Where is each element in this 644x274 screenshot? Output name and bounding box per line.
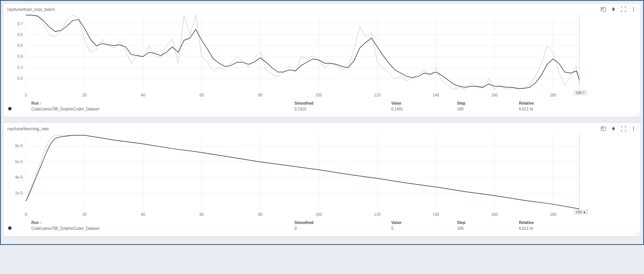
chart-panel-loss: ray/tune/train_loss_batch 0.20.30.40.50.…: [3, 3, 641, 117]
svg-text:60: 60: [199, 212, 204, 217]
legend-run-name[interactable]: CodeLlama70B_DolphinCoder_Dataset: [31, 226, 295, 231]
step-badge[interactable]: 189 ×: [574, 90, 587, 95]
legend-hdr-step[interactable]: Step: [457, 101, 519, 105]
svg-text:180: 180: [550, 93, 557, 97]
svg-point-41: [633, 128, 634, 129]
step-badge-text: 189 ▲: [576, 210, 586, 214]
svg-text:0: 0: [25, 212, 27, 217]
svg-rect-1: [602, 8, 603, 9]
svg-point-42: [633, 130, 634, 131]
svg-text:60: 60: [199, 93, 204, 97]
panel-title: ray/tune/learning_rate: [7, 126, 49, 131]
svg-text:8e-5: 8e-5: [15, 144, 23, 148]
step-badge-text: 189 ×: [576, 91, 585, 95]
legend-hdr-value[interactable]: Value: [391, 101, 457, 105]
legend-hdr-step[interactable]: Step: [457, 221, 519, 225]
svg-text:0.3: 0.3: [17, 65, 23, 70]
legend-value: 0.1491: [391, 107, 457, 111]
svg-point-40: [633, 127, 634, 128]
svg-text:20: 20: [82, 93, 87, 97]
svg-text:6e-5: 6e-5: [15, 160, 23, 164]
chart-plot-loss[interactable]: 0.20.30.40.50.60.70204060801001201401601…: [7, 14, 637, 99]
svg-point-4: [633, 10, 634, 11]
svg-text:4e-5: 4e-5: [15, 175, 23, 179]
series-color-dot: [8, 107, 12, 110]
svg-text:160: 160: [491, 212, 498, 217]
panel-actions: [600, 6, 637, 12]
svg-text:140: 140: [433, 212, 439, 217]
card-icon[interactable]: [600, 126, 606, 132]
step-badge[interactable]: 189 ▲: [574, 210, 588, 214]
resize-handle-icon[interactable]: [636, 231, 640, 235]
svg-text:40: 40: [141, 212, 146, 217]
svg-rect-39: [602, 128, 603, 129]
run-legend: Run ↑ Smoothed Value Step Relative CodeL…: [3, 99, 641, 117]
svg-text:100: 100: [315, 93, 322, 97]
svg-text:0: 0: [25, 93, 27, 97]
svg-text:160: 160: [491, 93, 498, 97]
legend-relative: 6.611 hr: [519, 107, 636, 111]
svg-text:0.2: 0.2: [17, 76, 23, 81]
pin-icon[interactable]: [610, 6, 617, 12]
legend-step: 189: [457, 226, 519, 231]
svg-text:80: 80: [258, 212, 263, 217]
svg-text:20: 20: [82, 212, 87, 217]
svg-point-3: [633, 9, 634, 10]
pin-icon[interactable]: [610, 126, 617, 132]
svg-text:0.5: 0.5: [17, 43, 23, 48]
legend-hdr-smoothed[interactable]: Smoothed: [295, 101, 391, 105]
legend-run-name[interactable]: CodeLlama70B_DolphinCoder_Dataset: [31, 107, 295, 111]
fullscreen-icon[interactable]: [620, 126, 627, 132]
more-icon[interactable]: [630, 126, 637, 132]
more-icon[interactable]: [630, 6, 637, 12]
legend-hdr-smoothed[interactable]: Smoothed: [295, 221, 391, 225]
legend-smoothed: 0.1915: [295, 107, 391, 111]
run-legend: Run ↑ Smoothed Value Step Relative CodeL…: [3, 218, 641, 236]
panel-title: ray/tune/train_loss_batch: [7, 7, 55, 12]
legend-hdr-relative[interactable]: Relative: [519, 101, 636, 105]
legend-smoothed: 0: [295, 226, 391, 231]
series-color-dot: [8, 226, 12, 230]
resize-handle-icon[interactable]: [636, 112, 640, 116]
legend-value: 0: [391, 226, 457, 231]
svg-text:100: 100: [315, 212, 322, 217]
legend-hdr-relative[interactable]: Relative: [519, 221, 636, 225]
svg-text:80: 80: [258, 93, 263, 97]
svg-text:180: 180: [550, 212, 557, 217]
legend-relative: 6.611 hr: [519, 226, 636, 231]
svg-text:2e-5: 2e-5: [15, 191, 23, 195]
svg-point-2: [633, 7, 634, 8]
legend-hdr-run[interactable]: Run ↑: [31, 101, 295, 105]
svg-text:0.6: 0.6: [17, 33, 23, 37]
panel-header: ray/tune/train_loss_batch: [3, 3, 641, 14]
panel-header: ray/tune/learning_rate: [3, 123, 641, 133]
card-icon[interactable]: [600, 6, 606, 12]
svg-text:120: 120: [374, 212, 381, 217]
fullscreen-icon[interactable]: [620, 6, 627, 12]
legend-hdr-value[interactable]: Value: [391, 221, 457, 225]
chart-plot-lr[interactable]: 2e-54e-56e-58e-5020406080100120140160180…: [7, 133, 637, 218]
svg-text:120: 120: [374, 93, 381, 97]
svg-text:40: 40: [141, 93, 146, 97]
panel-actions: [600, 126, 637, 132]
legend-hdr-run[interactable]: Run ↑: [31, 221, 295, 225]
chart-panel-lr: ray/tune/learning_rate 2e-54e-56e-58e-50…: [3, 122, 641, 236]
svg-text:0.4: 0.4: [17, 54, 23, 59]
svg-text:0.7: 0.7: [17, 22, 23, 26]
svg-text:140: 140: [433, 93, 439, 97]
legend-step: 189: [457, 107, 519, 111]
